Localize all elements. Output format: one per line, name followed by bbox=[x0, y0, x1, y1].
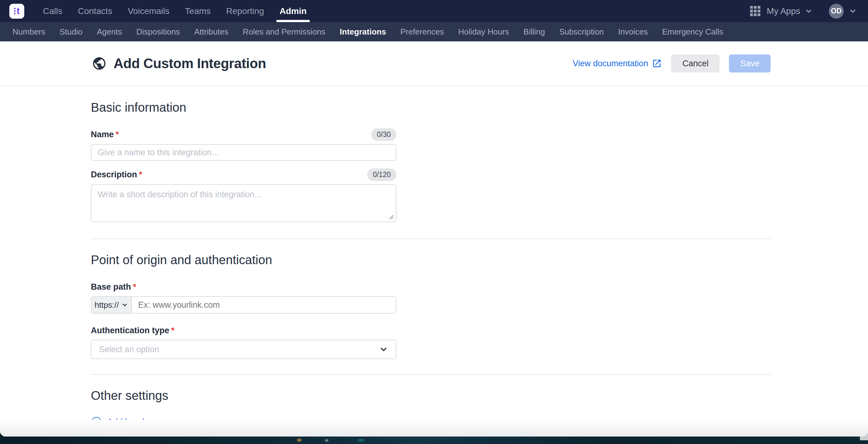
base-path-field-row: Base path* bbox=[91, 281, 396, 293]
wallpaper-speck bbox=[325, 439, 328, 442]
auth-type-field-row: Authentication type* bbox=[91, 324, 396, 337]
cancel-button[interactable]: Cancel bbox=[671, 55, 720, 72]
add-custom-integration-form: Basic information Name* 0/30 Description… bbox=[0, 86, 868, 420]
wallpaper-speck bbox=[297, 439, 302, 442]
base-path-field: Base path* https:// bbox=[91, 281, 396, 314]
required-marker: * bbox=[116, 130, 119, 139]
auth-type-select[interactable]: Select an option bbox=[91, 340, 396, 359]
chevron-down-icon[interactable] bbox=[849, 7, 857, 15]
primary-nav-items: Calls Contacts Voicemails Teams Reportin… bbox=[43, 0, 307, 22]
section-divider bbox=[91, 374, 771, 375]
required-marker: * bbox=[139, 170, 143, 179]
section-heading-basic: Basic information bbox=[91, 100, 771, 115]
auth-type-field: Authentication type* Select an option bbox=[91, 324, 396, 359]
nav-item-reporting[interactable]: Reporting bbox=[226, 0, 264, 22]
required-marker: * bbox=[133, 282, 136, 291]
user-avatar[interactable]: OD bbox=[829, 4, 844, 19]
subnav-item-holiday-hours[interactable]: Holiday Hours bbox=[458, 27, 509, 37]
subnav-item-numbers[interactable]: Numbers bbox=[12, 27, 45, 37]
add-header-button[interactable]: Add header bbox=[91, 416, 152, 420]
primary-nav: t Calls Contacts Voicemails Teams Report… bbox=[0, 0, 868, 22]
auth-type-select-placeholder: Select an option bbox=[99, 345, 159, 354]
protocol-select[interactable]: https:// bbox=[91, 297, 132, 313]
external-link-icon bbox=[652, 59, 662, 68]
base-path-input[interactable] bbox=[132, 297, 396, 313]
description-textarea[interactable] bbox=[91, 184, 396, 222]
name-input[interactable] bbox=[91, 144, 396, 161]
base-path-label: Base path* bbox=[91, 282, 136, 292]
required-marker: * bbox=[171, 326, 175, 335]
add-header-label: Add header bbox=[107, 417, 152, 420]
section-divider bbox=[91, 238, 771, 239]
origin-authentication-section: Point of origin and authentication Base … bbox=[91, 253, 771, 359]
subnav-item-integrations[interactable]: Integrations bbox=[340, 27, 386, 37]
section-heading-other: Other settings bbox=[91, 389, 771, 403]
globe-icon bbox=[92, 56, 107, 71]
other-settings-section: Other settings Add header bbox=[91, 389, 771, 420]
subnav-item-billing[interactable]: Billing bbox=[523, 27, 545, 37]
page-title: Add Custom Integration bbox=[114, 56, 266, 71]
name-field-row: Name* 0/30 bbox=[91, 128, 396, 141]
description-label: Description* bbox=[91, 170, 142, 180]
basic-information-section: Basic information Name* 0/30 Description… bbox=[91, 100, 771, 223]
name-char-counter: 0/30 bbox=[371, 128, 396, 141]
name-field: Name* 0/30 bbox=[91, 128, 396, 168]
subnav-item-emergency-calls[interactable]: Emergency Calls bbox=[662, 27, 723, 37]
browser-window: t Calls Contacts Voicemails Teams Report… bbox=[0, 0, 868, 437]
desktop: t Calls Contacts Voicemails Teams Report… bbox=[0, 0, 868, 444]
chevron-down-icon bbox=[379, 345, 388, 354]
chevron-down-icon bbox=[121, 302, 128, 308]
wallpaper-speck bbox=[358, 439, 365, 442]
nav-item-voicemails[interactable]: Voicemails bbox=[128, 0, 169, 22]
save-button[interactable]: Save bbox=[729, 55, 771, 72]
window-bottom-edge bbox=[0, 420, 868, 437]
view-documentation-label: View documentation bbox=[573, 59, 648, 68]
subnav-item-preferences[interactable]: Preferences bbox=[400, 27, 444, 37]
my-apps-menu[interactable]: My Apps bbox=[767, 6, 800, 16]
nav-item-admin[interactable]: Admin bbox=[279, 0, 306, 22]
nav-item-contacts[interactable]: Contacts bbox=[78, 0, 112, 22]
subnav-item-invoices[interactable]: Invoices bbox=[618, 27, 648, 37]
logo-letter: t bbox=[17, 6, 20, 15]
subnav-item-attributes[interactable]: Attributes bbox=[194, 27, 228, 37]
title-wrap: Add Custom Integration bbox=[92, 56, 266, 71]
apps-grid-icon[interactable] bbox=[750, 6, 761, 17]
subnav-item-agents[interactable]: Agents bbox=[97, 27, 122, 37]
auth-type-label: Authentication type* bbox=[91, 326, 175, 336]
page-header: Add Custom Integration View documentatio… bbox=[0, 41, 868, 86]
protocol-value: https:// bbox=[95, 300, 119, 310]
description-field: Description* 0/120 bbox=[91, 168, 396, 223]
view-documentation-link[interactable]: View documentation bbox=[573, 59, 662, 68]
header-actions: View documentation Cancel Save bbox=[573, 55, 771, 72]
subnav-item-subscription[interactable]: Subscription bbox=[559, 27, 604, 37]
name-label: Name* bbox=[91, 130, 119, 139]
base-path-input-group: https:// bbox=[91, 296, 396, 314]
talkdesk-logo[interactable]: t bbox=[9, 4, 24, 19]
chevron-down-icon bbox=[805, 7, 813, 15]
logo-dots-icon bbox=[14, 8, 16, 14]
resize-handle-icon[interactable] bbox=[388, 214, 394, 220]
subnav-item-studio[interactable]: Studio bbox=[59, 27, 83, 37]
nav-item-teams[interactable]: Teams bbox=[185, 0, 211, 22]
admin-subnav: Numbers Studio Agents Dispositions Attri… bbox=[0, 22, 868, 41]
plus-circle-icon bbox=[91, 416, 102, 420]
subnav-item-dispositions[interactable]: Dispositions bbox=[136, 27, 180, 37]
nav-item-calls[interactable]: Calls bbox=[43, 0, 62, 22]
section-heading-origin: Point of origin and authentication bbox=[91, 253, 771, 267]
description-textarea-wrap bbox=[91, 184, 396, 223]
description-char-counter: 0/120 bbox=[367, 168, 396, 181]
description-field-row: Description* 0/120 bbox=[91, 168, 396, 181]
topnav-right-cluster: My Apps OD bbox=[750, 4, 857, 19]
subnav-item-roles-and-permissions[interactable]: Roles and Permissions bbox=[243, 27, 326, 37]
